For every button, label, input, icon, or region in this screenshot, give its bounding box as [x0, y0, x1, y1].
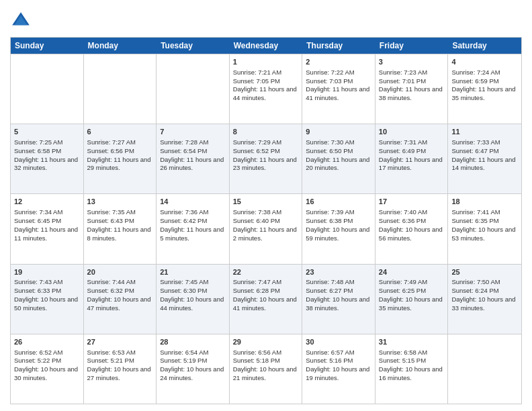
- header-day-monday: Monday: [84, 38, 157, 54]
- calendar-cell: 1Sunrise: 7:21 AM Sunset: 7:05 PM Daylig…: [230, 54, 303, 124]
- calendar-cell: 22Sunrise: 7:47 AM Sunset: 6:28 PM Dayli…: [230, 265, 303, 334]
- day-number: 14: [160, 197, 226, 207]
- day-info: Sunrise: 7:45 AM Sunset: 6:30 PM Dayligh…: [160, 278, 226, 312]
- calendar-cell: 17Sunrise: 7:40 AM Sunset: 6:36 PM Dayli…: [375, 194, 449, 263]
- day-info: Sunrise: 6:58 AM Sunset: 5:15 PM Dayligh…: [379, 349, 445, 383]
- calendar-cell: 2Sunrise: 7:22 AM Sunset: 7:03 PM Daylig…: [302, 54, 375, 124]
- day-number: 8: [233, 127, 299, 137]
- day-info: Sunrise: 7:48 AM Sunset: 6:27 PM Dayligh…: [306, 278, 371, 312]
- day-info: Sunrise: 7:40 AM Sunset: 6:36 PM Dayligh…: [379, 208, 445, 242]
- calendar-cell: 26Sunrise: 6:52 AM Sunset: 5:22 PM Dayli…: [11, 334, 84, 404]
- day-info: Sunrise: 7:21 AM Sunset: 7:05 PM Dayligh…: [233, 68, 299, 103]
- calendar-cell: 29Sunrise: 6:56 AM Sunset: 5:18 PM Dayli…: [230, 334, 303, 404]
- day-number: 9: [306, 127, 371, 137]
- day-number: 25: [451, 267, 518, 277]
- calendar-body: 1Sunrise: 7:21 AM Sunset: 7:05 PM Daylig…: [11, 54, 521, 404]
- logo-icon: [10, 10, 32, 32]
- calendar-cell: 30Sunrise: 6:57 AM Sunset: 5:16 PM Dayli…: [302, 334, 375, 404]
- calendar-row: 26Sunrise: 6:52 AM Sunset: 5:22 PM Dayli…: [11, 334, 521, 404]
- day-number: 20: [87, 267, 153, 277]
- calendar-cell: 24Sunrise: 7:49 AM Sunset: 6:25 PM Dayli…: [375, 265, 449, 334]
- day-number: 15: [233, 197, 299, 207]
- day-info: Sunrise: 7:29 AM Sunset: 6:52 PM Dayligh…: [233, 138, 299, 173]
- header-day-tuesday: Tuesday: [157, 38, 230, 54]
- day-number: 12: [14, 197, 80, 207]
- day-info: Sunrise: 7:38 AM Sunset: 6:40 PM Dayligh…: [233, 208, 299, 242]
- calendar-cell: 4Sunrise: 7:24 AM Sunset: 6:59 PM Daylig…: [448, 54, 521, 124]
- day-number: 26: [14, 337, 80, 347]
- header-day-friday: Friday: [375, 38, 449, 54]
- header-day-wednesday: Wednesday: [230, 38, 303, 54]
- day-number: 28: [160, 337, 226, 347]
- calendar-cell: 8Sunrise: 7:29 AM Sunset: 6:52 PM Daylig…: [230, 124, 303, 193]
- day-info: Sunrise: 6:56 AM Sunset: 5:18 PM Dayligh…: [233, 349, 299, 383]
- day-info: Sunrise: 7:41 AM Sunset: 6:35 PM Dayligh…: [451, 208, 518, 242]
- header: [10, 7, 522, 32]
- day-info: Sunrise: 7:39 AM Sunset: 6:38 PM Dayligh…: [306, 208, 371, 242]
- day-info: Sunrise: 7:30 AM Sunset: 6:50 PM Dayligh…: [306, 138, 371, 173]
- day-number: 19: [14, 267, 80, 277]
- calendar-cell: 18Sunrise: 7:41 AM Sunset: 6:35 PM Dayli…: [448, 194, 521, 263]
- calendar-cell: 27Sunrise: 6:53 AM Sunset: 5:21 PM Dayli…: [84, 334, 157, 404]
- day-info: Sunrise: 7:27 AM Sunset: 6:56 PM Dayligh…: [87, 138, 153, 173]
- day-info: Sunrise: 7:23 AM Sunset: 7:01 PM Dayligh…: [379, 68, 445, 103]
- logo: [10, 10, 34, 32]
- header-day-saturday: Saturday: [448, 38, 521, 54]
- calendar-cell: 6Sunrise: 7:27 AM Sunset: 6:56 PM Daylig…: [84, 124, 157, 193]
- day-number: 17: [379, 197, 445, 207]
- day-number: 10: [379, 127, 445, 137]
- header-day-sunday: Sunday: [11, 38, 84, 54]
- calendar-cell: 28Sunrise: 6:54 AM Sunset: 5:19 PM Dayli…: [157, 334, 230, 404]
- day-info: Sunrise: 7:49 AM Sunset: 6:25 PM Dayligh…: [379, 278, 445, 312]
- day-number: 2: [306, 57, 371, 67]
- day-number: 7: [160, 127, 226, 137]
- calendar-cell: 15Sunrise: 7:38 AM Sunset: 6:40 PM Dayli…: [230, 194, 303, 263]
- day-info: Sunrise: 7:50 AM Sunset: 6:24 PM Dayligh…: [451, 278, 518, 312]
- calendar-cell: [157, 54, 230, 124]
- day-info: Sunrise: 7:43 AM Sunset: 6:33 PM Dayligh…: [14, 278, 80, 312]
- day-number: 31: [379, 337, 445, 347]
- calendar-cell: [84, 54, 157, 124]
- calendar-cell: 16Sunrise: 7:39 AM Sunset: 6:38 PM Dayli…: [302, 194, 375, 263]
- calendar-cell: 13Sunrise: 7:35 AM Sunset: 6:43 PM Dayli…: [84, 194, 157, 263]
- calendar-cell: 14Sunrise: 7:36 AM Sunset: 6:42 PM Dayli…: [157, 194, 230, 263]
- calendar-cell: 12Sunrise: 7:34 AM Sunset: 6:45 PM Dayli…: [11, 194, 84, 263]
- day-info: Sunrise: 7:25 AM Sunset: 6:58 PM Dayligh…: [14, 138, 80, 173]
- calendar-cell: 9Sunrise: 7:30 AM Sunset: 6:50 PM Daylig…: [302, 124, 375, 193]
- calendar-header: SundayMondayTuesdayWednesdayThursdayFrid…: [11, 38, 521, 54]
- day-number: 23: [306, 267, 371, 277]
- calendar-row: 12Sunrise: 7:34 AM Sunset: 6:45 PM Dayli…: [11, 193, 521, 263]
- day-info: Sunrise: 7:36 AM Sunset: 6:42 PM Dayligh…: [160, 208, 226, 242]
- calendar: SundayMondayTuesdayWednesdayThursdayFrid…: [10, 37, 522, 404]
- day-number: 11: [451, 127, 518, 137]
- calendar-cell: 5Sunrise: 7:25 AM Sunset: 6:58 PM Daylig…: [11, 124, 84, 193]
- header-day-thursday: Thursday: [302, 38, 375, 54]
- day-number: 29: [233, 337, 299, 347]
- calendar-cell: 19Sunrise: 7:43 AM Sunset: 6:33 PM Dayli…: [11, 265, 84, 334]
- day-info: Sunrise: 6:57 AM Sunset: 5:16 PM Dayligh…: [306, 349, 371, 383]
- day-number: 1: [233, 57, 299, 67]
- day-number: 13: [87, 197, 153, 207]
- calendar-cell: [448, 334, 521, 404]
- day-info: Sunrise: 6:52 AM Sunset: 5:22 PM Dayligh…: [14, 349, 80, 383]
- day-info: Sunrise: 7:33 AM Sunset: 6:47 PM Dayligh…: [451, 138, 518, 173]
- day-number: 6: [87, 127, 153, 137]
- day-info: Sunrise: 7:24 AM Sunset: 6:59 PM Dayligh…: [451, 68, 518, 103]
- day-number: 27: [87, 337, 153, 347]
- day-number: 24: [379, 267, 445, 277]
- calendar-cell: 20Sunrise: 7:44 AM Sunset: 6:32 PM Dayli…: [84, 265, 157, 334]
- calendar-cell: 10Sunrise: 7:31 AM Sunset: 6:49 PM Dayli…: [375, 124, 449, 193]
- day-number: 21: [160, 267, 226, 277]
- day-info: Sunrise: 7:35 AM Sunset: 6:43 PM Dayligh…: [87, 208, 153, 242]
- day-number: 16: [306, 197, 371, 207]
- calendar-cell: 3Sunrise: 7:23 AM Sunset: 7:01 PM Daylig…: [375, 54, 449, 124]
- day-number: 4: [451, 57, 518, 67]
- calendar-cell: 11Sunrise: 7:33 AM Sunset: 6:47 PM Dayli…: [448, 124, 521, 193]
- day-info: Sunrise: 7:44 AM Sunset: 6:32 PM Dayligh…: [87, 278, 153, 312]
- calendar-row: 19Sunrise: 7:43 AM Sunset: 6:33 PM Dayli…: [11, 264, 521, 334]
- day-info: Sunrise: 6:53 AM Sunset: 5:21 PM Dayligh…: [87, 349, 153, 383]
- calendar-cell: [11, 54, 84, 124]
- day-info: Sunrise: 7:22 AM Sunset: 7:03 PM Dayligh…: [306, 68, 371, 103]
- calendar-row: 1Sunrise: 7:21 AM Sunset: 7:05 PM Daylig…: [11, 54, 521, 124]
- calendar-row: 5Sunrise: 7:25 AM Sunset: 6:58 PM Daylig…: [11, 124, 521, 193]
